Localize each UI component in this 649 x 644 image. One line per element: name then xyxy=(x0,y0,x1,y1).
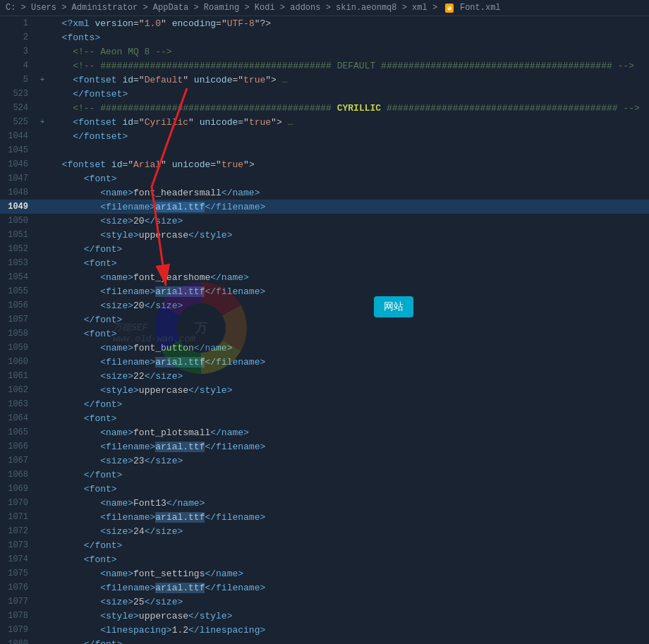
line-number: 1078 xyxy=(0,611,37,621)
code-line-1073: 1073 </font> xyxy=(0,538,649,552)
line-content: <style>uppercase</style> xyxy=(48,385,649,396)
line-content: <size>24</size> xyxy=(48,526,649,537)
line-number: 1052 xyxy=(0,244,37,254)
line-content: <filename>arial.ttf</filename> xyxy=(48,286,649,297)
code-line-1063: 1063 </font> xyxy=(0,397,649,411)
expand-btn[interactable]: + xyxy=(37,75,48,84)
line-number: 1071 xyxy=(0,512,37,522)
line-number: 1061 xyxy=(0,371,37,381)
line-content: <style>uppercase</style> xyxy=(48,611,649,621)
line-content: <filename>arial.ttf</filename> xyxy=(48,442,649,452)
line-number: 1066 xyxy=(0,442,37,451)
line-number: 1064 xyxy=(0,413,37,423)
code-line-1078: 1078 <style>uppercase</style> xyxy=(0,609,649,623)
line-content: <font> xyxy=(48,329,649,339)
line-content: <size>20</size> xyxy=(48,300,649,311)
line-number: 1048 xyxy=(0,188,37,198)
editor-container: C: > Users > Administrator > AppData > R… xyxy=(0,0,649,644)
line-number: 1077 xyxy=(0,597,37,607)
breadcrumb-path: C: > Users > Administrator > AppData > R… xyxy=(6,3,437,13)
code-line-1055: 1055 <filename>arial.ttf</filename> xyxy=(0,284,649,298)
code-line-1066: 1066 <filename>arial.ttf</filename> xyxy=(0,439,649,454)
code-line-1065: 1065 <name>font_plotsmall</name> xyxy=(0,425,649,439)
code-line-1053: 1053 <font> xyxy=(0,256,649,270)
website-badge[interactable]: 网站 xyxy=(374,296,413,317)
line-number: 1055 xyxy=(0,286,37,296)
code-line-1057: 1057 </font> xyxy=(0,312,649,327)
line-number: 1074 xyxy=(0,554,37,564)
rss-icon: ◕ xyxy=(445,4,453,13)
line-number: 1072 xyxy=(0,526,37,536)
line-content: <?xml version="1.0" encoding="UTF-8"?> xyxy=(48,18,649,29)
line-content: <name>font_button</name> xyxy=(48,343,649,353)
line-number: 1047 xyxy=(0,174,37,183)
line-number: 1073 xyxy=(0,540,37,550)
code-line-1048: 1048 <name>font_headersmall</name> xyxy=(0,186,649,200)
line-content: <!-- ###################################… xyxy=(48,61,649,71)
line-content: <size>23</size> xyxy=(48,456,649,466)
line-number: 1056 xyxy=(0,300,37,310)
code-line-1054: 1054 <name>font_yearshome</name> xyxy=(0,270,649,284)
line-content: <!-- ###################################… xyxy=(48,103,649,114)
code-editor: 1 <?xml version="1.0" encoding="UTF-8"?>… xyxy=(0,16,649,644)
line-content: </font> xyxy=(48,470,649,480)
line-number: 1075 xyxy=(0,569,37,578)
code-line-1074: 1074 <font> xyxy=(0,552,649,566)
line-content: <font> xyxy=(48,554,649,565)
line-number: 1053 xyxy=(0,258,37,268)
line-number: 5 xyxy=(0,75,37,85)
code-line-1046: 1046 <fontset id="Arial" unicode="true"> xyxy=(0,157,649,171)
line-content: <name>font_yearshome</name> xyxy=(48,272,649,283)
line-content: <filename>arial.ttf</filename> xyxy=(48,357,649,367)
line-number: 524 xyxy=(0,103,37,113)
line-number: 1054 xyxy=(0,272,37,282)
line-content: <fonts> xyxy=(48,32,649,43)
line-content: <size>20</size> xyxy=(48,216,649,226)
line-content: <linespacing>1.2</linespacing> xyxy=(48,625,649,636)
line-number: 2 xyxy=(0,32,37,42)
line-number: 1063 xyxy=(0,399,37,409)
line-content: <name>Font13</name> xyxy=(48,498,649,509)
line-number: 1070 xyxy=(0,498,37,508)
line-content: </font> xyxy=(48,244,649,255)
line-content: </font> xyxy=(48,540,649,551)
code-line-1075: 1075 <name>font_settings</name> xyxy=(0,566,649,581)
line-number: 1049 xyxy=(0,202,37,212)
expand-btn[interactable]: + xyxy=(37,118,48,126)
line-content: <filename>arial.ttf</filename> xyxy=(48,583,649,593)
code-line-1: 1 <?xml version="1.0" encoding="UTF-8"?> xyxy=(0,16,649,30)
line-number: 1079 xyxy=(0,625,37,635)
code-line-1049: 1049 <filename>arial.ttf</filename> xyxy=(0,200,649,214)
code-line-1064: 1064 <font> xyxy=(0,411,649,425)
code-line-5: 5 + <fontset id="Default" unicode="true"… xyxy=(0,73,649,87)
line-content: <size>22</size> xyxy=(48,371,649,382)
line-content: <style>uppercase</style> xyxy=(48,230,649,241)
code-line-524: 524 <!-- ###############################… xyxy=(0,101,649,115)
code-line-1050: 1050 <size>20</size> xyxy=(0,214,649,228)
line-content: <fontset id="Cyrillic" unicode="true"> … xyxy=(48,117,649,128)
line-number: 1080 xyxy=(0,639,37,644)
line-number: 1051 xyxy=(0,230,37,240)
line-content: <name>font_plotsmall</name> xyxy=(48,427,649,438)
breadcrumb-filename: Font.xml xyxy=(460,3,501,13)
code-line-1059: 1059 <name>font_button</name> xyxy=(0,341,649,355)
code-line-1069: 1069 <font> xyxy=(0,482,649,496)
code-line-1072: 1072 <size>24</size> xyxy=(0,524,649,538)
code-line-1056: 1056 <size>20</size> xyxy=(0,298,649,312)
code-line-1070: 1070 <name>Font13</name> xyxy=(0,496,649,510)
line-number: 1068 xyxy=(0,470,37,480)
line-content: <!-- Aeon MQ 8 --> xyxy=(48,47,649,57)
line-content: <font> xyxy=(48,484,649,494)
line-number: 1076 xyxy=(0,583,37,593)
line-content: <font> xyxy=(48,413,649,424)
breadcrumb-bar: C: > Users > Administrator > AppData > R… xyxy=(0,0,649,16)
line-content: <font> xyxy=(48,174,649,184)
code-line-1051: 1051 <style>uppercase</style> xyxy=(0,228,649,242)
code-line-1061: 1061 <size>22</size> xyxy=(0,369,649,383)
line-content: </fontset> xyxy=(48,131,649,142)
code-line-1076: 1076 <filename>arial.ttf</filename> xyxy=(0,581,649,595)
line-number: 1044 xyxy=(0,131,37,141)
line-number: 1062 xyxy=(0,385,37,395)
line-content: <size>25</size> xyxy=(48,597,649,607)
line-number: 1058 xyxy=(0,329,37,339)
